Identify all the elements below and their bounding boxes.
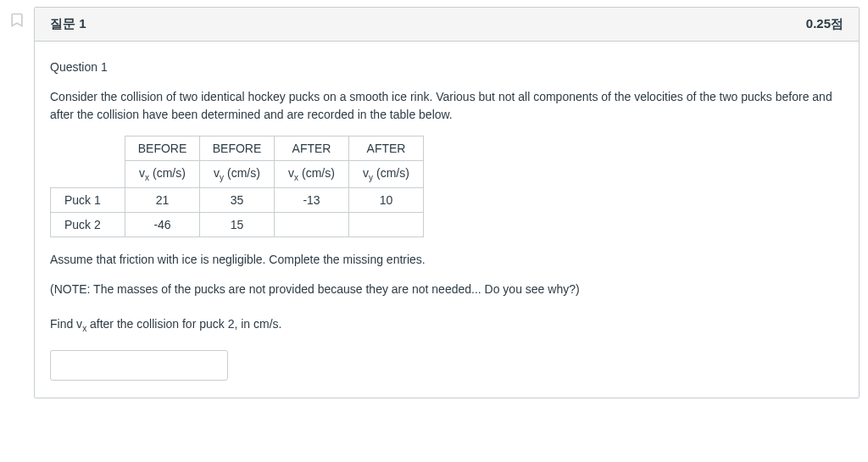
table-row-label: Puck 2 — [51, 212, 125, 237]
table-header-row-1: BEFORE BEFORE AFTER AFTER — [51, 136, 424, 161]
table-col-unit: vy (cm/s) — [200, 161, 275, 188]
answer-input[interactable] — [50, 350, 228, 381]
table-header-row-2: vx (cm/s) vy (cm/s) vx (cm/s) vy (cm/s) — [51, 161, 424, 188]
table-col-header: AFTER — [349, 136, 424, 161]
table-empty-corner — [51, 136, 125, 161]
table-row-label: Puck 1 — [51, 187, 125, 212]
question-points: 0.25점 — [806, 16, 843, 32]
table-row: Puck 1 21 35 -13 10 — [51, 187, 424, 212]
question-prompt: Consider the collision of two identical … — [50, 88, 843, 124]
table-empty-corner — [51, 161, 125, 188]
table-cell: 35 — [200, 187, 275, 212]
question-wrapper: 질문 1 0.25점 Question 1 Consider the colli… — [8, 7, 860, 398]
table-cell: 21 — [125, 187, 200, 212]
table-col-unit: vx (cm/s) — [125, 161, 200, 188]
table-cell: 15 — [200, 212, 275, 237]
table-col-unit: vx (cm/s) — [275, 161, 349, 188]
table-row: Puck 2 -46 15 — [51, 212, 424, 237]
bookmark-icon — [8, 12, 27, 29]
question-header: 질문 1 0.25점 — [35, 8, 859, 42]
table-cell: -13 — [275, 187, 349, 212]
note-text: (NOTE: The masses of the pucks are not p… — [50, 281, 843, 298]
table-cell — [349, 212, 424, 237]
question-title: 질문 1 — [50, 16, 86, 32]
question-body: Question 1 Consider the collision of two… — [35, 42, 859, 398]
question-label: Question 1 — [50, 58, 843, 76]
table-col-header: BEFORE — [200, 136, 275, 161]
assume-text: Assume that friction with ice is negligi… — [50, 251, 843, 269]
velocity-table: BEFORE BEFORE AFTER AFTER vx (cm/s) vy (… — [50, 136, 424, 237]
table-col-header: BEFORE — [125, 136, 200, 161]
find-prompt: Find vx after the collision for puck 2, … — [50, 317, 843, 333]
table-cell: 10 — [349, 187, 424, 212]
question-card: 질문 1 0.25점 Question 1 Consider the colli… — [34, 7, 860, 398]
table-col-unit: vy (cm/s) — [349, 161, 424, 188]
table-cell — [275, 212, 349, 237]
table-cell: -46 — [125, 212, 200, 237]
table-col-header: AFTER — [275, 136, 349, 161]
